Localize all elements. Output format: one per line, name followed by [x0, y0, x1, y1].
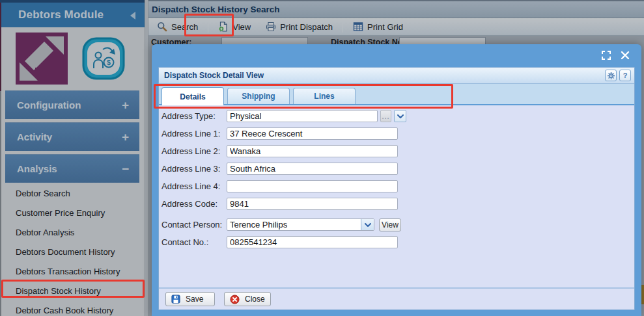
close-red-icon [230, 295, 240, 304]
dispatch-detail-modal: Dispatch Stock Detail View ? Details Shi… [152, 44, 641, 316]
tab-details[interactable]: Details [161, 87, 224, 105]
address-line-4-label: Address Line 4: [161, 181, 227, 191]
contact-no-row: Contact No.: [161, 236, 634, 248]
address-line-1-row: Address Line 1: [161, 127, 634, 140]
save-floppy-icon [171, 295, 180, 304]
modal-window-buttons [602, 51, 630, 60]
chevron-down-icon [397, 114, 404, 119]
address-code-input[interactable] [227, 198, 398, 210]
maximize-button[interactable] [602, 51, 611, 60]
close-icon [621, 51, 630, 60]
contact-person-row: Contact Person: Terence Philips View [161, 218, 634, 231]
address-line-2-input[interactable] [227, 145, 398, 157]
detail-panel: Dispatch Stock Detail View ? Details Shi… [158, 67, 635, 310]
address-line-1-input[interactable] [227, 127, 398, 140]
tab-shipping[interactable]: Shipping [227, 88, 290, 104]
address-line-4-row: Address Line 4: [161, 180, 634, 192]
address-type-label: Address Type: [161, 111, 227, 121]
contact-person-label: Contact Person: [161, 220, 227, 230]
address-type-input[interactable] [227, 110, 378, 122]
address-type-row: Address Type: ... [161, 110, 634, 122]
close-button[interactable] [621, 51, 630, 60]
settings-button[interactable] [605, 70, 617, 81]
address-line-3-row: Address Line 3: [161, 163, 634, 175]
close-dialog-button[interactable]: Close [224, 292, 271, 306]
save-button[interactable]: Save [165, 292, 215, 306]
chevron-down-icon [365, 222, 371, 228]
address-type-dropdown-button[interactable] [394, 110, 406, 122]
tab-lines[interactable]: Lines [293, 88, 356, 104]
panel-title: Dispatch Stock Detail View [164, 71, 602, 80]
contact-no-input[interactable] [227, 236, 398, 248]
address-line-2-label: Address Line 2: [161, 146, 227, 156]
address-line-1-label: Address Line 1: [161, 129, 227, 138]
close-label: Close [245, 295, 265, 304]
modal-footer: Save Close [159, 287, 634, 309]
details-form: Address Type: ... Address Line 1: Addres… [159, 105, 634, 287]
address-line-3-label: Address Line 3: [161, 164, 227, 174]
address-code-label: Address Code: [161, 199, 227, 209]
address-type-lookup-button[interactable]: ... [380, 110, 391, 122]
address-line-3-input[interactable] [227, 163, 398, 175]
app-window: Debtors Module [0, 0, 644, 316]
contact-person-chevron[interactable] [361, 219, 374, 230]
contact-no-label: Contact No.: [161, 237, 227, 247]
address-code-row: Address Code: [161, 198, 634, 210]
maximize-icon [602, 51, 611, 60]
save-label: Save [186, 295, 203, 304]
gear-icon [608, 72, 615, 79]
contact-person-value: Terence Philips [227, 220, 361, 230]
address-line-2-row: Address Line 2: [161, 145, 634, 157]
tab-strip: Details Shipping Lines [159, 84, 634, 105]
contact-person-select[interactable]: Terence Philips [227, 218, 374, 231]
address-line-4-input[interactable] [227, 180, 398, 192]
contact-view-button[interactable]: View [379, 218, 401, 231]
help-button[interactable]: ? [619, 70, 631, 81]
panel-header: Dispatch Stock Detail View ? [159, 68, 634, 84]
